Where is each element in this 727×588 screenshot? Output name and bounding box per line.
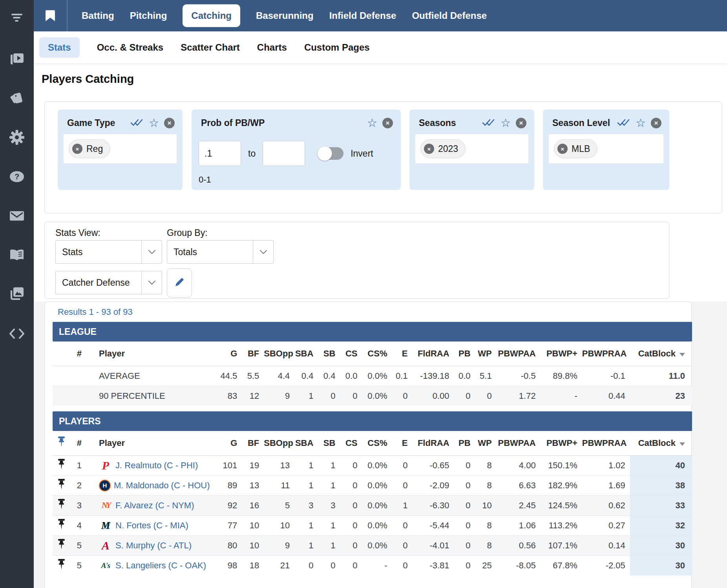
edit-preset-button[interactable] [167,268,192,298]
stat-column-header[interactable]: PBWPAA [497,341,541,366]
stat-value[interactable]: 0 [454,535,475,555]
stat-column-header[interactable]: SB [318,431,340,455]
remove-filter-icon[interactable]: × [651,118,661,128]
stat-value[interactable]: 0.0% [362,515,392,535]
stat-value[interactable]: 1 [294,455,318,475]
stat-column-header[interactable]: BF [242,431,264,455]
cards-icon[interactable] [0,86,34,111]
stat-value[interactable]: 3 [294,495,318,515]
stat-column-header[interactable]: WP [475,341,497,366]
stat-value[interactable]: 32 [630,515,692,535]
stat-column-header[interactable]: BF [242,341,264,366]
player-link[interactable]: M. Maldonado (C - HOU) [114,480,210,491]
stat-value[interactable]: 0 [340,495,362,515]
stat-value[interactable]: 0 [340,535,362,555]
group-by-select[interactable]: Totals [167,240,274,264]
stat-value[interactable]: 0 [454,555,475,575]
remove-filter-icon[interactable]: × [516,118,526,128]
pin-row-button[interactable] [53,555,70,575]
pin-row-button[interactable] [53,455,70,475]
stats-view-select[interactable]: Stats [55,240,162,264]
remove-filter-icon[interactable]: × [382,118,393,128]
stat-value[interactable]: 10 [475,495,497,515]
stat-value[interactable]: 1 [318,455,340,475]
stat-column-header[interactable]: CS [340,341,362,366]
filter-value-box[interactable]: × MLB [548,134,664,164]
stat-value[interactable]: 8 [475,535,497,555]
book-icon[interactable] [0,243,34,268]
stat-value[interactable]: 0 [392,555,412,575]
stat-value[interactable]: 1 [294,475,318,495]
help-icon[interactable]: ? [0,164,34,189]
remove-filter-icon[interactable]: × [164,118,175,128]
stat-value[interactable]: 0.0 [454,366,475,386]
player-link[interactable]: F. Alvarez (C - NYM) [115,500,194,511]
stat-column-header[interactable]: PBWPAA [497,431,541,455]
stat-value[interactable]: 1 [392,495,412,515]
pin-column-header[interactable] [53,431,70,455]
stat-value[interactable]: 1 [294,515,318,535]
stat-column-header[interactable]: CS% [362,431,392,455]
gear-icon[interactable] [0,125,34,150]
stat-column-header[interactable]: SBOpp [264,341,294,366]
stat-column-header[interactable]: PBWPRAA [582,341,630,366]
stat-value[interactable]: 8 [475,455,497,475]
pin-row-button[interactable] [53,515,70,535]
stat-value[interactable]: 30 [630,535,692,555]
stat-column-header[interactable]: PBWP+ [541,431,582,455]
stat-column-header[interactable]: PB [454,431,475,455]
stat-value[interactable]: 1 [318,535,340,555]
stat-value[interactable]: 0 [454,455,475,475]
stat-value[interactable]: 5.1 [475,366,497,386]
tab-infield-defense[interactable]: Infield Defense [329,4,396,27]
stat-column-header[interactable]: SBOpp [264,431,294,455]
results-summary-link[interactable]: Results 1 - 93 of 93 [58,307,691,317]
chip-remove-icon[interactable]: × [72,144,82,154]
tab-custom-pages[interactable]: Custom Pages [304,37,370,58]
player-link[interactable]: S. Murphy (C - ATL) [115,541,192,551]
stat-value[interactable]: 0.4 [294,366,318,386]
stat-column-header[interactable]: CatBlock [630,431,692,455]
stat-value[interactable]: 18 [242,555,264,575]
stat-value[interactable]: 1 [318,515,340,535]
stat-column-header[interactable]: FldRAA [413,341,454,366]
tab-scatter-chart[interactable]: Scatter Chart [181,37,240,58]
tab-catching[interactable]: Catching [183,4,240,27]
tab-charts[interactable]: Charts [257,37,287,58]
stat-value[interactable]: 33 [630,495,692,515]
invert-toggle[interactable] [318,147,343,160]
chip-remove-icon[interactable]: × [557,144,568,154]
chip-remove-icon[interactable]: × [424,144,434,154]
stat-value[interactable]: 16 [242,495,264,515]
stat-value[interactable]: 0 [454,495,475,515]
stat-value[interactable]: 3 [318,495,340,515]
stat-value[interactable]: 0 [392,475,412,495]
filter-value-box[interactable]: × Reg [63,134,177,164]
stat-value[interactable]: 0 [318,555,340,575]
select-all-icon[interactable] [482,118,495,129]
stat-value[interactable]: 30 [630,555,692,575]
stat-column-header[interactable]: PBWP+ [541,341,582,366]
pin-row-button[interactable] [53,535,70,555]
stat-column-header[interactable]: CS [340,431,362,455]
stat-column-header[interactable]: CatBlock [630,341,692,366]
stat-column-header[interactable]: SBA [294,431,318,455]
stat-column-header[interactable]: SB [318,341,340,366]
stat-value[interactable]: 1 [318,475,340,495]
player-link[interactable]: J. Realmuto (C - PHI) [115,460,198,471]
stat-value[interactable]: 0 [340,455,362,475]
select-all-icon[interactable] [617,118,630,129]
select-all-icon[interactable] [130,118,144,129]
stat-value[interactable]: 10 [242,535,264,555]
favorite-star-icon[interactable]: ☆ [636,117,646,129]
stat-value[interactable]: 0 [340,475,362,495]
images-icon[interactable] [0,281,34,306]
stat-value[interactable]: 0.0% [362,475,392,495]
stat-value[interactable]: 13 [242,475,264,495]
pin-row-button[interactable] [53,475,70,495]
player-column-header[interactable]: Player [86,431,219,455]
stat-column-header[interactable]: SBA [294,341,318,366]
stat-column-header[interactable]: G [219,341,242,366]
stat-value[interactable]: 0.0% [362,535,392,555]
stat-column-header[interactable]: WP [475,431,497,455]
